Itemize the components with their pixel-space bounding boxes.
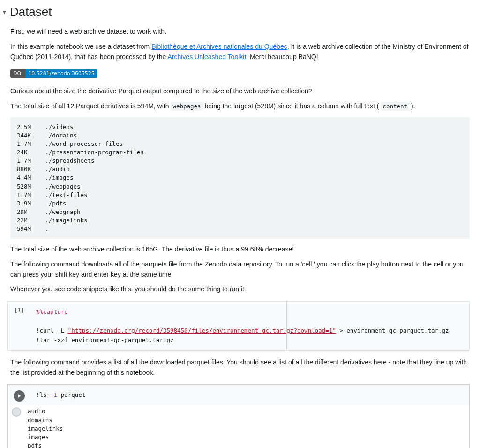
filesize-listing: 2.5M ./videos 344K ./domains 1.7M ./word… bbox=[10, 117, 470, 239]
code-content[interactable]: %%capture !curl -L "https://zenodo.org/r… bbox=[30, 302, 469, 350]
doi-value: 10.5281/zenodo.3605525 bbox=[25, 69, 97, 78]
text: . Merci beaucoup BaNQ! bbox=[246, 53, 318, 61]
text: The total size of all 12 Parquet deriati… bbox=[10, 102, 171, 110]
code-content[interactable]: !ls -1 parquet bbox=[30, 385, 469, 405]
download-url: "https://zenodo.org/record/3598450/files… bbox=[68, 327, 336, 334]
section-header[interactable]: ▼ Dataset bbox=[0, 0, 480, 22]
paragraph-intro: First, we will need a web archive datase… bbox=[10, 27, 470, 37]
code-webpages: webpages bbox=[171, 102, 202, 111]
execution-count: [1] bbox=[14, 307, 24, 314]
output-cell: audio domains imagelinks images pdfs pre… bbox=[5, 405, 469, 448]
paragraph-decrease: The total size of the web archive collec… bbox=[10, 244, 470, 255]
text: being the largest (528M) since it has a … bbox=[203, 102, 381, 110]
text: In this example notebook we use a datase… bbox=[10, 43, 151, 50]
doi-badge[interactable]: DOI 10.5281/zenodo.3605525 bbox=[10, 69, 98, 78]
active-cell-block: !ls -1 parquet audio domains imagelinks … bbox=[8, 384, 470, 448]
cell-gutter bbox=[8, 385, 30, 402]
paragraph-size-question: Curious about the size the derivative Pa… bbox=[10, 86, 470, 97]
link-banq[interactable]: Bibliothèque et Archives nationales du Q… bbox=[151, 43, 287, 50]
paragraph-size-summary: The total size of all 12 Parquet deriati… bbox=[10, 101, 470, 112]
paragraph-ls-intro: The following command provides a list of… bbox=[10, 357, 470, 378]
paragraph-run-note: Whenever you see code snippets like this… bbox=[10, 284, 470, 295]
output-gutter bbox=[5, 405, 28, 417]
output-indicator-icon bbox=[12, 407, 21, 417]
output-content: audio domains imagelinks images pdfs pre… bbox=[28, 405, 469, 448]
magic-command: %%capture bbox=[36, 308, 68, 315]
paragraph-source: In this example notebook we use a datase… bbox=[10, 42, 470, 62]
code-cell-download[interactable]: [1] %%capture !curl -L "https://zenodo.o… bbox=[8, 301, 470, 351]
play-icon bbox=[16, 393, 22, 399]
collapse-caret-icon[interactable]: ▼ bbox=[2, 9, 7, 15]
link-aut[interactable]: Archives Unleashed Toolkit bbox=[167, 53, 246, 61]
text: ). bbox=[409, 102, 415, 110]
doi-label: DOI bbox=[10, 69, 25, 78]
section-title: Dataset bbox=[10, 5, 52, 19]
run-cell-button[interactable] bbox=[14, 390, 25, 402]
cell-gutter: [1] bbox=[8, 302, 30, 314]
paragraph-download-instructions: The following command downloads all of t… bbox=[10, 259, 470, 280]
code-content: content bbox=[381, 102, 409, 111]
cell-divider bbox=[286, 302, 287, 350]
code-cell-ls[interactable]: !ls -1 parquet bbox=[8, 385, 469, 405]
